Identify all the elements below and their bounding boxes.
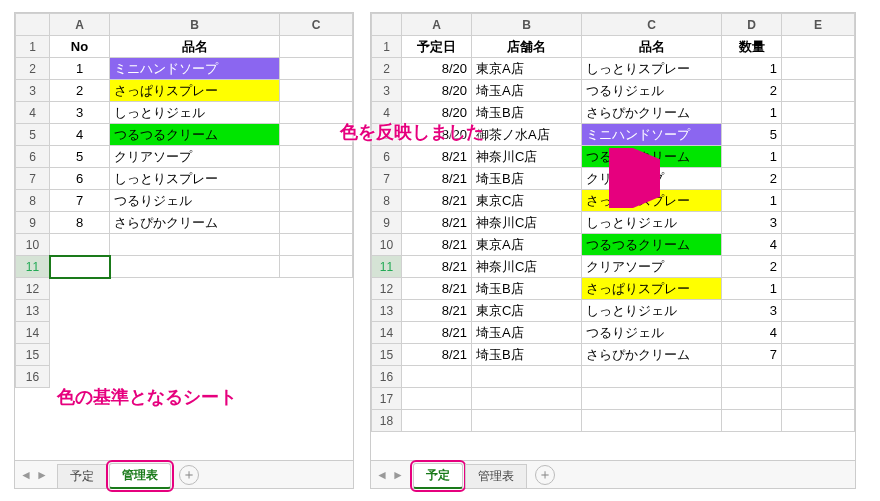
cell-store[interactable]: 埼玉A店 <box>472 322 582 344</box>
cell-no[interactable]: 6 <box>50 168 110 190</box>
cell-date[interactable]: 8/21 <box>402 344 472 366</box>
cell-product[interactable]: しっとりジェル <box>110 102 280 124</box>
cell-store[interactable]: 埼玉B店 <box>472 168 582 190</box>
cell[interactable] <box>782 322 855 344</box>
cell-product[interactable]: クリアソープ <box>110 146 280 168</box>
row-header[interactable]: 3 <box>372 80 402 102</box>
cell-date[interactable]: 8/21 <box>402 168 472 190</box>
cell[interactable] <box>782 344 855 366</box>
col-header-B[interactable]: B <box>110 14 280 36</box>
row-header[interactable]: 14 <box>372 322 402 344</box>
header-name[interactable]: 品名 <box>110 36 280 58</box>
col-header-C[interactable]: C <box>280 14 353 36</box>
cell-product[interactable]: ミニハンドソープ <box>110 58 280 80</box>
cell-store[interactable]: 東京A店 <box>472 234 582 256</box>
cell-product[interactable]: しっとりジェル <box>582 212 722 234</box>
cell-store[interactable]: 埼玉A店 <box>472 80 582 102</box>
cell[interactable] <box>782 300 855 322</box>
add-sheet-button[interactable]: ＋ <box>535 465 555 485</box>
cell-store[interactable]: 神奈川C店 <box>472 212 582 234</box>
cell[interactable] <box>782 168 855 190</box>
cell-store[interactable]: 埼玉B店 <box>472 278 582 300</box>
cell-store[interactable]: 神奈川C店 <box>472 256 582 278</box>
sheet-tab-yotei[interactable]: 予定 <box>413 463 463 489</box>
cell-product[interactable]: つるつるクリーム <box>582 234 722 256</box>
active-cell[interactable] <box>50 256 110 278</box>
row-header[interactable]: 2 <box>372 58 402 80</box>
cell[interactable] <box>782 388 855 410</box>
col-header-C[interactable]: C <box>582 14 722 36</box>
sheet-tab-yotei[interactable]: 予定 <box>57 464 107 488</box>
cell[interactable] <box>782 102 855 124</box>
cell[interactable] <box>782 36 855 58</box>
row-header[interactable]: 4 <box>372 102 402 124</box>
cell-product[interactable]: しっとりジェル <box>582 300 722 322</box>
cell[interactable] <box>280 36 353 58</box>
cell[interactable] <box>782 58 855 80</box>
cell-product[interactable]: さっぱりスプレー <box>582 278 722 300</box>
cell-product[interactable]: さらぴかクリーム <box>582 102 722 124</box>
row-header[interactable]: 11 <box>372 256 402 278</box>
row-header[interactable]: 8 <box>372 190 402 212</box>
col-header-E[interactable]: E <box>782 14 855 36</box>
cell[interactable] <box>280 168 353 190</box>
row-header[interactable]: 9 <box>16 212 50 234</box>
cell-qty[interactable]: 7 <box>722 344 782 366</box>
cell-qty[interactable]: 4 <box>722 322 782 344</box>
cell[interactable] <box>402 366 472 388</box>
cell-no[interactable]: 5 <box>50 146 110 168</box>
cell-product[interactable]: つるつるクリーム <box>110 124 280 146</box>
cell-qty[interactable]: 3 <box>722 300 782 322</box>
add-sheet-button[interactable]: ＋ <box>179 465 199 485</box>
cell-store[interactable]: 東京A店 <box>472 58 582 80</box>
cell[interactable] <box>50 234 110 256</box>
cell-qty[interactable]: 1 <box>722 278 782 300</box>
cell-store[interactable]: 東京C店 <box>472 190 582 212</box>
cell-qty[interactable]: 1 <box>722 102 782 124</box>
row-header[interactable]: 5 <box>16 124 50 146</box>
cell[interactable] <box>722 410 782 432</box>
cell-qty[interactable]: 2 <box>722 256 782 278</box>
cell[interactable] <box>472 410 582 432</box>
cell-no[interactable]: 3 <box>50 102 110 124</box>
cell[interactable] <box>280 58 353 80</box>
cell-no[interactable]: 1 <box>50 58 110 80</box>
row-header[interactable]: 12 <box>16 278 50 300</box>
cell-no[interactable]: 8 <box>50 212 110 234</box>
cell-product[interactable]: クリアソープ <box>582 256 722 278</box>
header-product[interactable]: 品名 <box>582 36 722 58</box>
cell-date[interactable]: 8/21 <box>402 146 472 168</box>
cell[interactable] <box>280 256 353 278</box>
cell-no[interactable]: 7 <box>50 190 110 212</box>
row-header[interactable]: 12 <box>372 278 402 300</box>
cell[interactable] <box>782 234 855 256</box>
tab-nav-arrows[interactable]: ◄ ► <box>19 468 49 482</box>
row-header[interactable]: 17 <box>372 388 402 410</box>
tab-nav-prev-icon[interactable]: ◄ <box>375 468 389 482</box>
header-no[interactable]: No <box>50 36 110 58</box>
cell-product[interactable]: さらぴかクリーム <box>582 344 722 366</box>
cell-product[interactable]: つるりジェル <box>110 190 280 212</box>
row-header[interactable]: 15 <box>372 344 402 366</box>
cell[interactable] <box>582 410 722 432</box>
cell[interactable] <box>280 146 353 168</box>
cell-product[interactable]: つるりジェル <box>582 322 722 344</box>
cell-qty[interactable]: 1 <box>722 146 782 168</box>
header-date[interactable]: 予定日 <box>402 36 472 58</box>
cell-qty[interactable]: 2 <box>722 168 782 190</box>
cell[interactable] <box>110 256 280 278</box>
row-header[interactable]: 3 <box>16 80 50 102</box>
cell-product[interactable]: さっぱりスプレー <box>582 190 722 212</box>
cell[interactable] <box>280 212 353 234</box>
cell[interactable] <box>782 212 855 234</box>
cell-store[interactable]: 御茶ノ水A店 <box>472 124 582 146</box>
cell-store[interactable]: 神奈川C店 <box>472 146 582 168</box>
row-header[interactable]: 18 <box>372 410 402 432</box>
cell-date[interactable]: 8/21 <box>402 190 472 212</box>
cell[interactable] <box>402 410 472 432</box>
cell[interactable] <box>280 80 353 102</box>
cell-date[interactable]: 8/21 <box>402 212 472 234</box>
col-header-A[interactable]: A <box>50 14 110 36</box>
row-header[interactable]: 6 <box>16 146 50 168</box>
row-header[interactable]: 14 <box>16 322 50 344</box>
